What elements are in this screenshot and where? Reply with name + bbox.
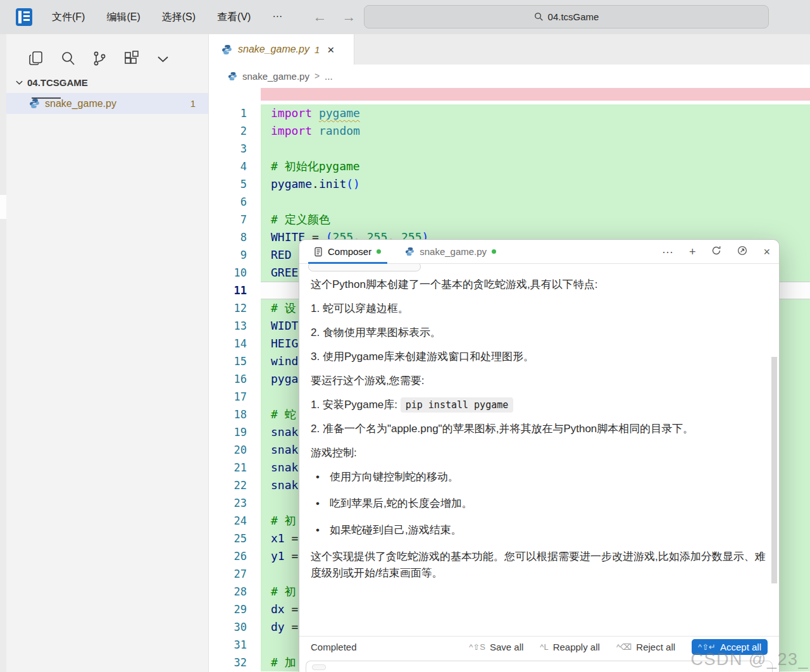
- extensions-icon[interactable]: [123, 50, 140, 67]
- line-number: 7: [209, 211, 261, 228]
- composer-file-tab-label: snake_game.py: [420, 246, 487, 257]
- line-number: 27: [209, 565, 261, 583]
- workspace-root-label: 04.TCSGAME: [27, 77, 88, 88]
- command-search-box[interactable]: 04.tcsGame: [364, 5, 769, 28]
- line-number: 16: [209, 370, 261, 388]
- message-paragraph: 要运行这个游戏,您需要:: [311, 373, 768, 389]
- breadcrumb-separator-icon: >: [315, 71, 320, 81]
- active-view-underline: [32, 97, 61, 99]
- composer-scrollbar[interactable]: [771, 357, 777, 583]
- line-number: 29: [209, 600, 261, 618]
- file-problem-badge: 1: [190, 98, 196, 109]
- title-bar: 文件(F) 编辑(E) 选择(S) 查看(V) ··· ← → 04.tcsGa…: [0, 0, 810, 34]
- save-all-button[interactable]: ^⇧SSave all: [469, 642, 523, 652]
- green-dot-icon: [377, 249, 381, 254]
- tab-composer-file[interactable]: snake_game.py: [399, 240, 502, 263]
- code-line[interactable]: 1import pygame: [209, 104, 810, 122]
- reject-all-button[interactable]: ^⌫Reject all: [616, 642, 675, 652]
- composer-message-area: 这个Python脚本创建了一个基本的贪吃蛇游戏,具有以下特点:1. 蛇可以穿越边…: [299, 264, 779, 636]
- history-refresh-icon[interactable]: [711, 246, 721, 258]
- workspace-root[interactable]: 04.TCSGAME: [6, 67, 208, 93]
- line-number: 21: [209, 459, 261, 476]
- bullet-item: •吃到苹果后,蛇的长度会增加。: [311, 495, 768, 512]
- search-value: 04.tcsGame: [548, 11, 599, 22]
- line-number: 23: [209, 494, 261, 512]
- forward-arrow-icon[interactable]: →: [342, 9, 356, 25]
- code-line[interactable]: 3: [209, 140, 810, 158]
- composer-tab-bar: Composer snake_game.py ··· +: [299, 240, 779, 264]
- line-number: 1: [209, 104, 261, 122]
- target-icon[interactable]: [737, 246, 747, 258]
- line-number: 18: [209, 406, 261, 423]
- line-number: 13: [209, 317, 261, 335]
- add-icon[interactable]: +: [689, 246, 696, 258]
- message-paragraph: 3. 使用Pygame库来创建游戏窗口和处理图形。: [311, 349, 768, 365]
- shortcut-hint: ^⇧S: [469, 642, 485, 652]
- line-number: 10: [209, 264, 261, 282]
- line-number: 20: [209, 441, 261, 459]
- message-paragraph: 1. 蛇可以穿越边框。: [311, 301, 768, 317]
- menu-edit[interactable]: 编辑(E): [106, 11, 140, 24]
- source-control-icon[interactable]: [91, 50, 108, 67]
- line-number: 8: [209, 228, 261, 246]
- tab-snake-game[interactable]: snake_game.py 1 ×: [209, 34, 354, 65]
- green-dot-icon: [492, 249, 496, 254]
- file-row-snake-game[interactable]: snake_game.py 1: [6, 93, 208, 114]
- python-file-icon: [29, 98, 40, 109]
- menu-more[interactable]: ···: [272, 11, 282, 24]
- csdn-watermark: CSDN @_23_: [691, 650, 809, 669]
- code-line[interactable]: 4# 初始化pygame: [209, 158, 810, 175]
- reapply-all-button[interactable]: ^LReapply all: [540, 642, 600, 652]
- line-number: 5: [209, 175, 261, 193]
- menu-selection[interactable]: 选择(S): [162, 11, 196, 24]
- line-number: 24: [209, 512, 261, 530]
- code-line[interactable]: 5pygame.init(): [209, 175, 810, 193]
- assistant-message: 这个Python脚本创建了一个基本的贪吃蛇游戏,具有以下特点:1. 蛇可以穿越边…: [311, 277, 768, 582]
- chevron-down-icon[interactable]: [154, 50, 171, 67]
- line-number: 4: [209, 158, 261, 175]
- more-icon[interactable]: ···: [662, 246, 673, 258]
- code-text: # 初始化pygame: [261, 158, 810, 175]
- line-number: 11: [209, 282, 261, 299]
- menu-file[interactable]: 文件(F): [52, 11, 85, 24]
- python-file-icon: [405, 247, 414, 256]
- line-number: 3: [209, 140, 261, 158]
- message-paragraph: 游戏控制:: [311, 445, 768, 461]
- code-text: pygame.init(): [261, 175, 810, 193]
- message-paragraph: 这个实现提供了贪吃蛇游戏的基本功能。您可以根据需要进一步改进游戏,比如添加分数显…: [311, 549, 768, 582]
- shortcut-hint: ^L: [540, 642, 548, 652]
- line-number: 6: [209, 193, 261, 211]
- code-text: import random: [261, 122, 810, 140]
- breadcrumb-file[interactable]: snake_game.py: [242, 71, 309, 82]
- line-number: 31: [209, 636, 261, 654]
- line-number: 15: [209, 352, 261, 370]
- search-icon: [534, 12, 544, 22]
- bullet-item: •使用方向键控制蛇的移动。: [311, 469, 768, 485]
- line-number: 28: [209, 583, 261, 600]
- search-sidebar-icon[interactable]: [59, 50, 77, 67]
- close-icon[interactable]: ×: [763, 246, 770, 258]
- line-number: 30: [209, 618, 261, 636]
- bullet-icon: •: [316, 469, 320, 485]
- line-number: 12: [209, 299, 261, 317]
- code-line[interactable]: 2import random: [209, 122, 810, 140]
- message-paragraph: 2. 准备一个名为"apple.png"的苹果图标,并将其放在与Python脚本…: [311, 421, 768, 437]
- menu-view[interactable]: 查看(V): [217, 11, 251, 24]
- explorer-files-icon[interactable]: [28, 50, 45, 67]
- python-file-icon: [221, 44, 232, 55]
- code-line[interactable]: 6: [209, 193, 810, 211]
- shortcut-hint: ^⌫: [616, 642, 632, 652]
- breadcrumb-symbol-more[interactable]: ...: [325, 71, 333, 82]
- code-text: # 定义颜色: [261, 211, 810, 228]
- tab-composer[interactable]: Composer: [308, 240, 387, 263]
- message-paragraph: 1. 安装Pygame库: pip install pygame: [311, 397, 768, 413]
- bullet-item: •如果蛇碰到自己,游戏结束。: [311, 522, 768, 538]
- tab-close-icon[interactable]: ×: [327, 44, 334, 56]
- line-number: 26: [209, 547, 261, 565]
- line-number: 32: [209, 654, 261, 671]
- file-name: snake_game.py: [45, 98, 116, 109]
- line-number: 2: [209, 122, 261, 140]
- chevron-expand-icon: [15, 78, 23, 87]
- back-arrow-icon[interactable]: ←: [313, 9, 327, 25]
- code-line[interactable]: 7# 定义颜色: [209, 211, 810, 228]
